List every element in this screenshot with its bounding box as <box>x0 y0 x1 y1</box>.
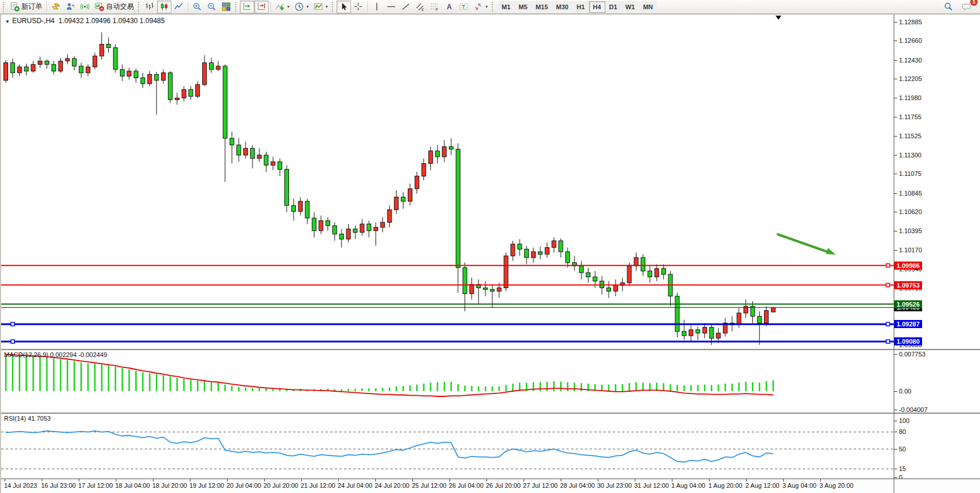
dropdown-caret: ▾ <box>485 4 488 9</box>
toolbar-grip[interactable] <box>235 2 238 12</box>
zoom-in-button[interactable] <box>190 1 204 13</box>
broadcast-signal-icon <box>80 2 90 12</box>
equidistant-channel-icon: E <box>415 2 425 12</box>
time-axis-label: 1 Aug 20:00 <box>708 482 743 489</box>
timeframe-M30[interactable]: M30 <box>552 1 572 13</box>
vertical-line-button[interactable] <box>370 1 384 13</box>
equidistant-channel-button[interactable]: E <box>413 1 427 13</box>
dropdown-caret: ▾ <box>306 4 309 9</box>
auto-trading-label: 自动交易 <box>106 2 134 12</box>
indicators-button[interactable]: ▾ <box>273 1 292 13</box>
timeframe-M5[interactable]: M5 <box>514 1 531 13</box>
zoom-out-button[interactable] <box>204 1 219 13</box>
trendline-button[interactable] <box>398 1 413 13</box>
chart-symbol-label: EURUSD-,H4 <box>12 17 54 25</box>
toolbar-grip[interactable] <box>3 2 6 12</box>
time-axis-label: 26 Jul 04:00 <box>449 482 484 489</box>
rsi-axis-label: 50 <box>899 446 906 452</box>
chart-window: ▼EURUSD-,H4 1.09432 1.09496 1.09430 1.09… <box>0 14 980 493</box>
tile-windows-button[interactable] <box>219 1 233 13</box>
timeframe-H4[interactable]: H4 <box>589 1 605 13</box>
hline-price-tag: 1.09526 <box>894 300 922 308</box>
arrows-icon <box>473 2 483 12</box>
chart-title-caret-icon[interactable]: ▼ <box>5 19 10 24</box>
timeframe-M1[interactable]: M1 <box>498 1 514 13</box>
candlestick-plot[interactable] <box>1 14 894 349</box>
toolbar-grip[interactable] <box>138 2 141 12</box>
price-axis-label: 1.11525 <box>899 133 922 139</box>
new-order-button[interactable]: 新订单 <box>8 1 45 13</box>
broadcast-signal-button[interactable] <box>78 1 92 13</box>
time-axis-label: 16 Jul 23:00 <box>41 482 76 489</box>
time-axis-label: 18 Jul 04:00 <box>115 482 150 489</box>
time-axis[interactable]: 14 Jul 202316 Jul 23:0017 Jul 12:0018 Ju… <box>1 479 980 493</box>
time-tick <box>42 479 42 481</box>
toolbar-grip[interactable] <box>492 2 495 12</box>
time-tick <box>449 479 450 481</box>
price-axis-label: 1.11755 <box>899 113 922 120</box>
templates-icon <box>313 2 323 12</box>
toolbar-grip[interactable] <box>332 2 335 12</box>
search-button[interactable] <box>941 1 956 13</box>
text-label-button[interactable]: T <box>456 1 471 13</box>
arrows-button[interactable]: ▾ <box>471 1 490 13</box>
main-chart-pane[interactable]: ▼EURUSD-,H4 1.09432 1.09496 1.09430 1.09… <box>1 14 980 349</box>
cursor-button[interactable] <box>337 1 351 13</box>
zoom-in-icon <box>192 2 202 12</box>
horizontal-line-button[interactable] <box>384 1 398 13</box>
chart-shift-button[interactable] <box>254 1 269 13</box>
timeframe-W1[interactable]: W1 <box>621 1 639 13</box>
macd-plot[interactable] <box>1 350 894 414</box>
fibonacci-button[interactable]: F <box>427 1 442 13</box>
hline-price-tag: 1.09753 <box>894 281 922 289</box>
auto-trading-button[interactable]: 自动交易 <box>92 1 136 13</box>
time-axis-label: 24 Jul 04:00 <box>338 482 372 489</box>
chart-shift-icon <box>257 2 266 12</box>
time-axis-label: 3 Aug 20:00 <box>820 482 854 489</box>
timeframe-H1[interactable]: H1 <box>572 1 588 13</box>
time-axis-label: 2 Aug 12:00 <box>745 482 780 489</box>
crosshair-button[interactable] <box>351 1 365 13</box>
text-button[interactable]: A <box>442 1 456 13</box>
macd-label: MACD(12,26,9) 0.002294 -0.002449 <box>4 351 107 358</box>
rsi-axis[interactable]: 1008050150 <box>894 414 980 479</box>
price-axis-label: 1.11980 <box>899 94 922 101</box>
macd-axis[interactable]: 0.0077530.00-0.004007 <box>894 350 980 413</box>
svg-text:F: F <box>436 8 438 12</box>
timeframe-M15[interactable]: M15 <box>532 1 552 13</box>
timeframe-D1[interactable]: D1 <box>605 1 621 13</box>
new-order-label: 新订单 <box>21 2 42 12</box>
time-tick <box>301 479 302 481</box>
timeframe-MN[interactable]: MN <box>639 1 657 13</box>
time-tick <box>598 479 598 481</box>
time-tick <box>709 479 710 481</box>
gold-bar-icon <box>51 2 61 12</box>
macd-pane[interactable]: MACD(12,26,9) 0.002294 -0.002449 0.00775… <box>1 349 980 413</box>
time-axis-label: 27 Jul 12:00 <box>523 482 558 489</box>
trend-arrow <box>778 234 836 255</box>
rsi-plot[interactable] <box>1 414 894 480</box>
auto-scroll-button[interactable] <box>240 1 254 13</box>
time-axis-label: 25 Jul 12:00 <box>412 482 447 489</box>
rsi-axis-label: 80 <box>899 428 906 435</box>
hline-price-tag: 1.09287 <box>894 320 922 328</box>
candlestick-chart-button[interactable] <box>157 1 171 13</box>
line-chart-button[interactable] <box>171 1 186 13</box>
periods-button[interactable]: ▾ <box>292 1 311 13</box>
templates-button[interactable]: ▾ <box>311 1 330 13</box>
bar-chart-button[interactable] <box>142 1 157 13</box>
rsi-axis-label: 100 <box>899 417 909 424</box>
bar-chart-icon <box>145 2 155 12</box>
time-axis-label: 18 Jul 20:00 <box>152 482 187 489</box>
notification-badge[interactable]: 1 <box>970 0 978 6</box>
crosshair-icon <box>353 2 363 12</box>
trader-profile-button[interactable] <box>63 1 78 13</box>
gold-bar-button[interactable] <box>49 1 63 13</box>
chart-shift-marker <box>776 16 781 20</box>
rsi-pane[interactable]: RSI(14) 41.7053 1008050150 <box>1 413 980 479</box>
price-axis[interactable]: 1.128851.126601.124301.122051.119801.117… <box>894 14 980 349</box>
time-axis-label: 28 Jul 04:00 <box>560 482 595 489</box>
time-axis-label: 20 Jul 04:00 <box>226 482 261 489</box>
time-tick <box>635 479 635 481</box>
chat-button-wrap: 1 <box>959 1 974 13</box>
